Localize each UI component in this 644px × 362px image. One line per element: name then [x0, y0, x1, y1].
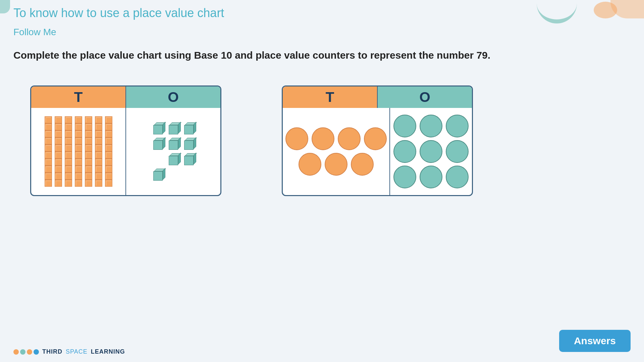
rod-4 — [75, 116, 82, 187]
counter-teal-1 — [393, 115, 416, 137]
answers-button[interactable]: Answers — [559, 330, 631, 352]
chart-left-header-o: O — [126, 86, 220, 108]
rod-2 — [55, 116, 62, 187]
chart-right-header: T O — [283, 86, 472, 108]
cube-1 — [152, 122, 164, 134]
counter-orange-7 — [351, 153, 374, 176]
footer-text-third: THIRD — [42, 348, 62, 355]
instruction-text: Complete the place value chart using Bas… — [13, 50, 631, 61]
chart-left-col-o — [126, 108, 220, 195]
counter-orange-6 — [325, 153, 347, 176]
dot-orange-2 — [27, 349, 32, 355]
teal-counters-row-1 — [393, 115, 469, 137]
footer: THIRD SPACE LEARNING — [13, 348, 125, 355]
deco-shape-1 — [537, 0, 577, 23]
chart-right-header-o: O — [378, 86, 472, 108]
counter-teal-8 — [420, 166, 442, 188]
chart-right-col-t — [283, 108, 390, 195]
footer-text-learning: LEARNING — [91, 348, 125, 355]
footer-text-space: SPACE — [66, 348, 88, 355]
chart-left: T O — [30, 85, 221, 196]
cubes-grid — [152, 122, 195, 181]
counter-orange-3 — [338, 127, 361, 150]
teal-counters — [393, 111, 469, 192]
dot-teal-1 — [20, 349, 25, 355]
footer-dots — [13, 349, 39, 355]
rod-1 — [45, 116, 52, 187]
counter-teal-4 — [393, 140, 416, 163]
orange-counters-row-2 — [299, 153, 374, 176]
counter-orange-2 — [312, 127, 334, 150]
chart-right-body — [283, 108, 472, 195]
cube-9 — [183, 153, 195, 165]
counter-orange-5 — [299, 153, 321, 176]
cube-6 — [183, 138, 195, 150]
rod-3 — [65, 116, 72, 187]
dot-blue-1 — [34, 349, 39, 355]
counter-teal-6 — [446, 140, 469, 163]
cube-2 — [167, 122, 179, 134]
follow-me-label: Follow Me — [13, 27, 56, 38]
orange-counters — [285, 111, 387, 192]
counter-orange-1 — [285, 127, 308, 150]
rod-5 — [85, 116, 92, 187]
cube-5 — [167, 138, 179, 150]
rod-7 — [105, 116, 112, 187]
counter-teal-2 — [420, 115, 442, 137]
chart-left-col-t — [31, 108, 126, 195]
chart-left-header: T O — [31, 86, 220, 108]
counter-teal-3 — [446, 115, 469, 137]
deco-shape-3 — [610, 0, 644, 18]
cube-8 — [167, 153, 179, 165]
cube-4 — [152, 138, 164, 150]
chart-left-body — [31, 108, 220, 195]
chart-left-header-t: T — [31, 86, 126, 108]
teal-counters-row-2 — [393, 140, 469, 163]
counter-teal-5 — [420, 140, 442, 163]
counter-orange-4 — [364, 127, 387, 150]
chart-right-col-o — [390, 108, 472, 195]
counter-teal-9 — [446, 166, 469, 188]
counter-teal-7 — [393, 166, 416, 188]
deco-top-left — [0, 0, 10, 13]
cube-3 — [183, 122, 195, 134]
teal-counters-row-3 — [393, 166, 469, 188]
page-title: To know how to use a place value chart — [13, 6, 224, 20]
rod-6 — [95, 116, 102, 187]
cube-10 — [152, 169, 164, 181]
orange-counters-row-1 — [285, 127, 387, 150]
dot-orange-1 — [13, 349, 19, 355]
chart-right: T O — [282, 85, 473, 196]
chart-right-header-t: T — [283, 86, 378, 108]
footer-logo: THIRD SPACE LEARNING — [13, 348, 125, 355]
rods-container — [45, 116, 112, 187]
